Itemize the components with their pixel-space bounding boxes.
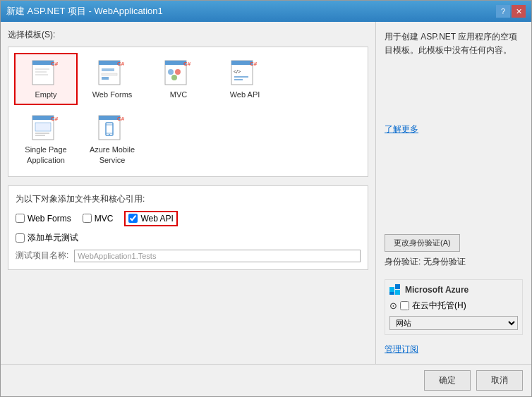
title-bar-controls: ? ✕ (496, 5, 526, 18)
template-mvc-label: MVC (170, 90, 187, 99)
azure-host-row: ⊙ 在云中托管(H) (389, 300, 518, 312)
template-grid: C# Empty C# (8, 47, 368, 177)
webapi-checkbox[interactable] (128, 214, 138, 223)
unit-test-checkbox[interactable] (16, 233, 25, 243)
svg-point-16 (175, 69, 181, 75)
svg-text:C#: C# (183, 61, 191, 67)
help-button[interactable]: ? (496, 5, 510, 18)
template-spa[interactable]: C# Single Page Application (14, 108, 78, 171)
azure-dropdown-row: 网站 (389, 316, 518, 330)
azure-section: Microsoft Azure ⊙ 在云中托管(H) 网站 (385, 279, 523, 335)
svg-rect-11 (102, 77, 109, 80)
change-auth-button[interactable]: 更改身份验证(A) (385, 234, 460, 252)
dialog-footer: 确定 取消 (1, 364, 531, 396)
references-checkboxes-row: Web Forms MVC Web API (16, 211, 361, 226)
webforms-checkbox-label: Web Forms (28, 214, 71, 224)
template-mvc[interactable]: C# MVC (147, 53, 210, 105)
auth-label-text: 身份验证: (385, 257, 421, 267)
svg-point-36 (109, 134, 110, 135)
azure-host-label: 在云中托管(H) (412, 300, 466, 312)
svg-text:C#: C# (51, 61, 59, 67)
template-description: 用于创建 ASP.NET 应用程序的空项目模板。此模板中没有任何内容。 (385, 30, 523, 118)
svg-rect-39 (395, 290, 400, 295)
template-webapi-icon: C# </> (228, 59, 262, 87)
mvc-checkbox[interactable] (83, 214, 92, 223)
template-empty-label: Empty (35, 90, 56, 99)
webapi-checkbox-label: Web API (140, 214, 173, 224)
svg-text:C#: C# (117, 61, 125, 67)
template-spa-icon: C# (29, 114, 63, 142)
auth-value: 无身份验证 (423, 257, 466, 267)
template-mvc-icon: C# (162, 59, 195, 87)
webforms-checkbox-item[interactable]: Web Forms (16, 214, 71, 224)
template-azure-mobile[interactable]: C# Azure Mobile Service (80, 108, 144, 171)
template-empty-icon: C# (29, 59, 63, 87)
template-webforms-icon: C# (95, 59, 129, 87)
mvc-checkbox-label: MVC (95, 214, 114, 224)
svg-rect-38 (395, 284, 400, 289)
test-name-input[interactable] (74, 250, 361, 262)
template-webapi[interactable]: C# </> Web API (213, 53, 277, 105)
test-name-row: 测试项目名称: (16, 250, 361, 262)
unit-test-label: 添加单元测试 (28, 232, 78, 244)
svg-point-17 (171, 75, 177, 80)
test-name-label: 测试项目名称: (16, 250, 68, 262)
mvc-svg-icon: C# (162, 59, 195, 86)
svg-rect-9 (102, 68, 114, 71)
azure-host-checkbox-item[interactable]: 在云中托管(H) (400, 300, 466, 312)
azure-host-checkbox[interactable] (400, 301, 409, 310)
right-panel: 用于创建 ASP.NET 应用程序的空项目模板。此模板中没有任何内容。 了解更多… (376, 22, 531, 364)
confirm-button[interactable]: 确定 (424, 370, 471, 391)
main-dialog: 新建 ASP.NET 项目 - WebApplication1 ? ✕ 选择模板… (0, 0, 532, 397)
azure-expand-icon[interactable]: ⊙ (389, 300, 397, 311)
add-references-label: 为以下对象添加文件夹和核心引用: (16, 193, 361, 205)
azure-header: Microsoft Azure (389, 284, 518, 295)
azure-logo-icon (389, 284, 401, 295)
template-webforms-label: Web Forms (92, 90, 133, 99)
azure-title: Microsoft Azure (405, 285, 468, 295)
svg-point-15 (168, 69, 174, 75)
unit-test-row: 添加单元测试 (16, 232, 361, 244)
template-azure-mobile-label: Azure Mobile Service (85, 145, 140, 165)
webforms-svg-icon: C# (96, 59, 128, 86)
svg-rect-40 (389, 292, 394, 295)
dialog-title: 新建 ASP.NET 项目 - WebApplication1 (6, 5, 163, 18)
template-webforms[interactable]: C# Web Forms (80, 53, 144, 105)
template-webapi-label: Web API (230, 90, 260, 99)
template-empty[interactable]: C# Empty (14, 53, 78, 105)
svg-rect-10 (102, 73, 117, 75)
mvc-checkbox-item[interactable]: MVC (83, 214, 114, 224)
svg-text:C#: C# (51, 116, 59, 122)
auth-section: 更改身份验证(A) 身份验证: 无身份验证 (385, 234, 523, 268)
svg-rect-27 (35, 123, 51, 131)
webapi-checkbox-item[interactable]: Web API (124, 211, 177, 226)
cancel-button[interactable]: 取消 (476, 370, 523, 391)
title-bar: 新建 ASP.NET 项目 - WebApplication1 ? ✕ (1, 1, 531, 22)
dialog-body: 选择模板(S): C# Empty (1, 22, 531, 364)
learn-more-link[interactable]: 了解更多 (385, 123, 523, 135)
azure-type-select[interactable]: 网站 (389, 316, 518, 330)
left-panel: 选择模板(S): C# Empty (1, 22, 376, 364)
manage-subscription-link[interactable]: 管理订阅 (385, 343, 523, 355)
svg-text:C#: C# (117, 116, 125, 122)
svg-rect-37 (389, 287, 394, 292)
auth-label: 身份验证: 无身份验证 (385, 256, 523, 268)
close-button[interactable]: ✕ (512, 5, 526, 18)
webapi-svg-icon: C# </> (229, 59, 261, 86)
svg-text:</>: </> (234, 69, 241, 74)
template-spa-label: Single Page Application (18, 145, 73, 165)
svg-text:C#: C# (250, 61, 258, 67)
empty-svg-icon: C# (30, 59, 62, 86)
unit-test-checkbox-item[interactable]: 添加单元测试 (16, 232, 78, 244)
template-section-label: 选择模板(S): (8, 29, 368, 41)
add-references-section: 为以下对象添加文件夹和核心引用: Web Forms MVC Web API (8, 185, 368, 270)
azure-mobile-svg-icon: C# (96, 114, 128, 141)
template-azure-mobile-icon: C# (95, 114, 129, 142)
webforms-checkbox[interactable] (16, 214, 25, 223)
spa-svg-icon: C# (30, 114, 62, 141)
